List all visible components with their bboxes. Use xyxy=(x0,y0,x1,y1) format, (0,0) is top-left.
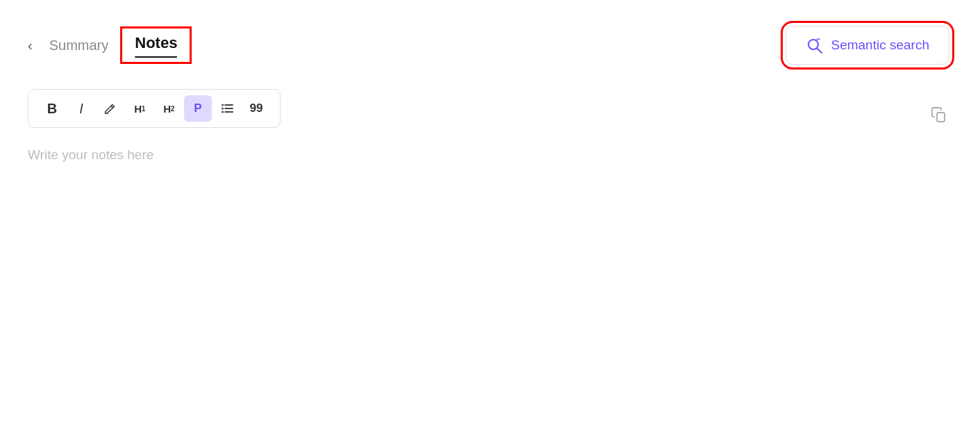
svg-point-6 xyxy=(222,104,224,106)
highlight-button[interactable] xyxy=(97,95,124,122)
h1-button[interactable]: H1 xyxy=(126,95,153,122)
italic-button[interactable]: I xyxy=(67,95,95,122)
editor-placeholder: Write your notes here xyxy=(28,147,153,162)
notes-tab-wrapper: Notes xyxy=(122,29,190,62)
h2-button[interactable]: H2 xyxy=(155,95,183,122)
svg-rect-9 xyxy=(937,113,945,122)
notes-tab-underline xyxy=(135,56,177,58)
editor-area[interactable]: Write your notes here xyxy=(28,147,952,163)
semantic-search-wrapper: Semantic search xyxy=(783,23,952,67)
svg-point-8 xyxy=(222,111,224,113)
bold-button[interactable]: B xyxy=(38,95,66,122)
nav-left: ‹ Summary Notes xyxy=(28,29,190,62)
copy-button[interactable] xyxy=(926,102,952,128)
svg-point-2 xyxy=(819,38,820,40)
summary-tab[interactable]: Summary xyxy=(47,32,112,59)
semantic-search-button[interactable]: Semantic search xyxy=(786,26,949,65)
editor-toolbar: B I H1 H2 P 99 xyxy=(28,89,281,128)
top-navigation: ‹ Summary Notes Semantic search xyxy=(0,0,980,76)
paragraph-button[interactable]: P xyxy=(184,95,212,122)
svg-point-7 xyxy=(222,108,224,110)
back-arrow-icon[interactable]: ‹ xyxy=(28,38,33,52)
list-button[interactable] xyxy=(213,95,241,122)
semantic-search-icon xyxy=(806,36,824,54)
svg-line-1 xyxy=(817,49,822,54)
notes-tab[interactable]: Notes xyxy=(135,34,177,51)
quote-button[interactable]: 99 xyxy=(242,95,270,122)
semantic-search-label: Semantic search xyxy=(831,38,929,53)
